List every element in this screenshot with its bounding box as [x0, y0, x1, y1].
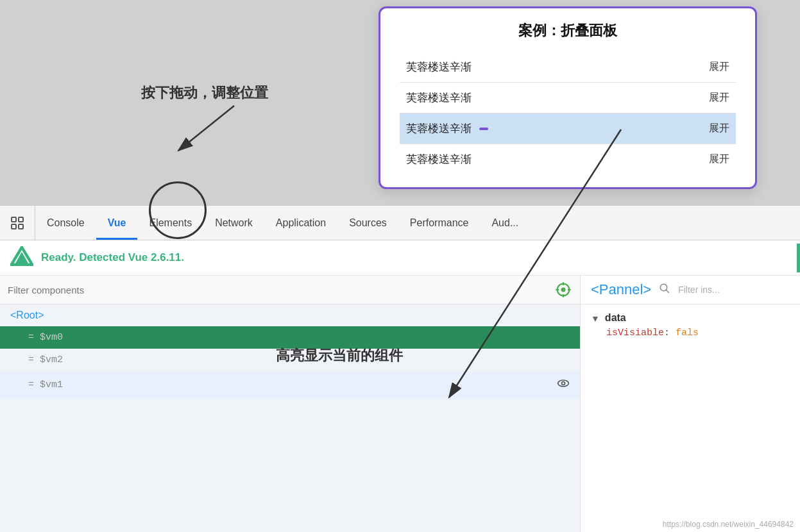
data-prop-item: isVisiable: fals — [591, 328, 790, 338]
svg-rect-4 — [12, 217, 16, 222]
vue-status-bar — [797, 244, 800, 272]
vue-header: Ready. Detected Vue 2.6.11. — [0, 240, 800, 276]
tab-performance[interactable]: Performance — [398, 206, 481, 240]
svg-point-11 — [562, 288, 565, 292]
tab-vue[interactable]: Vue — [96, 206, 138, 240]
right-panel-header: <Pannel> Filter ins... — [581, 276, 800, 304]
tree-item[interactable]: = $vm1 — [0, 371, 580, 399]
devtools-inspect-icon[interactable] — [0, 206, 35, 240]
tab-elements[interactable]: Elements — [137, 206, 203, 240]
right-content: ▼ data isVisiable: fals — [581, 304, 800, 532]
panel-item-text: 芙蓉楼送辛渐 — [406, 152, 472, 167]
data-section: ▼ data — [591, 312, 790, 324]
tab-console[interactable]: Console — [35, 206, 96, 240]
svg-rect-5 — [19, 217, 23, 222]
tree-item[interactable]: = $vm0 — [0, 326, 580, 349]
tree-item[interactable] — [0, 399, 580, 410]
vue-split: <Root> = $vm0 = $vm2 = $vm1 <Pannel> — [0, 276, 800, 532]
svg-point-17 — [562, 382, 565, 385]
tree-root[interactable]: <Root> — [0, 304, 580, 326]
panel-item[interactable]: 芙蓉楼送辛渐 展开 — [400, 144, 736, 174]
vue-logo — [10, 246, 33, 269]
panel-items-list: 芙蓉楼送辛渐 展开 芙蓉楼送辛渐 展开 芙蓉楼送辛渐 展开 芙蓉楼送辛渐 展开 — [400, 52, 736, 174]
panel-item-text: 芙蓉楼送辛渐 — [406, 90, 472, 105]
panel-tag — [479, 128, 488, 130]
tab-network[interactable]: Network — [203, 206, 264, 240]
devtools-tab-bar: Console Vue Elements Network Application… — [0, 205, 800, 240]
search-icon[interactable] — [659, 283, 670, 297]
vue-ready-text: Ready. Detected Vue 2.6.11. — [41, 251, 184, 264]
triangle-icon: ▼ — [591, 313, 600, 324]
svg-rect-6 — [12, 224, 16, 229]
panel-item-left: 芙蓉楼送辛渐 — [406, 121, 488, 136]
filter-components-input[interactable] — [8, 285, 554, 295]
locate-component-icon[interactable] — [554, 281, 572, 299]
right-panel: <Pannel> Filter ins... ▼ data isVisiable… — [581, 276, 800, 532]
panel-item-text: 芙蓉楼送辛渐 — [406, 121, 472, 136]
filter-ins-placeholder: Filter ins... — [678, 285, 720, 295]
panel-card-title: 案例：折叠面板 — [400, 21, 736, 40]
preview-area: 按下拖动，调整位置 案例：折叠面板 芙蓉楼送辛渐 展开 芙蓉楼送辛渐 展开 芙蓉… — [0, 0, 800, 205]
svg-point-18 — [660, 284, 667, 291]
panel-expand-btn[interactable]: 展开 — [709, 60, 729, 74]
eye-icon[interactable] — [557, 377, 570, 393]
watermark: https://blog.csdn.net/weixin_44694842 — [663, 520, 794, 529]
left-panel: <Root> = $vm0 = $vm2 = $vm1 — [0, 276, 581, 532]
tab-application[interactable]: Application — [264, 206, 337, 240]
annotation-drag: 按下拖动，调整位置 — [141, 83, 268, 103]
panel-item-left: 芙蓉楼送辛渐 — [406, 90, 472, 105]
vue-content: Ready. Detected Vue 2.6.11. — [0, 240, 800, 532]
svg-rect-7 — [19, 224, 23, 229]
svg-line-19 — [666, 290, 669, 293]
panel-card: 案例：折叠面板 芙蓉楼送辛渐 展开 芙蓉楼送辛渐 展开 芙蓉楼送辛渐 展开 芙蓉… — [379, 6, 757, 189]
panel-item-left: 芙蓉楼送辛渐 — [406, 152, 472, 167]
panel-item-left: 芙蓉楼送辛渐 — [406, 60, 472, 74]
data-label: data — [605, 312, 626, 324]
panel-expand-btn[interactable]: 展开 — [709, 122, 729, 135]
panel-expand-btn[interactable]: 展开 — [709, 153, 729, 166]
panel-expand-btn[interactable]: 展开 — [709, 91, 729, 104]
filter-bar — [0, 276, 580, 304]
data-items-container: isVisiable: fals — [591, 328, 790, 338]
panel-item-text: 芙蓉楼送辛渐 — [406, 60, 472, 74]
panel-item[interactable]: 芙蓉楼送辛渐 展开 — [400, 52, 736, 83]
selected-component-title: <Pannel> — [591, 281, 651, 298]
annotation-highlight: 高亮显示当前的组件 — [276, 346, 403, 365]
panel-item[interactable]: 芙蓉楼送辛渐 展开 — [400, 113, 736, 144]
component-tree: <Root> = $vm0 = $vm2 = $vm1 — [0, 304, 580, 532]
tab-sources[interactable]: Sources — [337, 206, 398, 240]
svg-point-16 — [558, 380, 569, 387]
tab-aud[interactable]: Aud... — [480, 206, 530, 240]
tree-items-container: = $vm0 = $vm2 = $vm1 — [0, 326, 580, 410]
panel-item[interactable]: 芙蓉楼送辛渐 展开 — [400, 83, 736, 113]
